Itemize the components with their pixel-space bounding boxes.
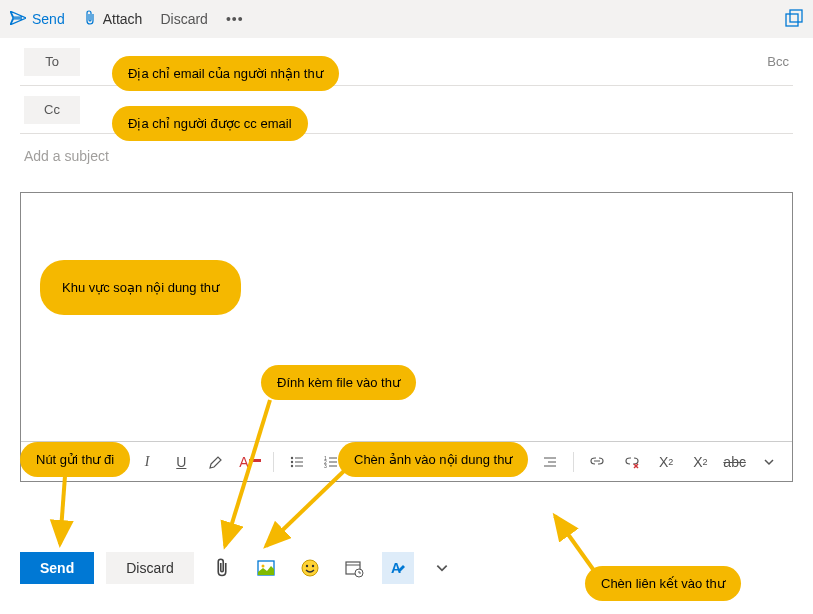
send-button[interactable]: Send (20, 552, 94, 584)
align-right-button[interactable] (535, 446, 565, 478)
svg-rect-1 (790, 10, 802, 22)
svg-line-53 (555, 516, 595, 572)
attach-file-button[interactable] (206, 552, 238, 584)
top-send-label: Send (32, 11, 65, 27)
more-actions-button[interactable]: ••• (226, 11, 244, 27)
popout-button[interactable] (785, 9, 803, 30)
highlight-button[interactable] (200, 446, 230, 478)
insert-link-button[interactable] (582, 446, 612, 478)
top-attach-label: Attach (103, 11, 143, 27)
svg-text:A: A (391, 560, 401, 576)
action-more-button[interactable] (426, 552, 458, 584)
insert-emoji-button[interactable] (294, 552, 326, 584)
superscript-button[interactable]: X2 (651, 446, 681, 478)
font-color-button[interactable]: A (235, 446, 265, 478)
schedule-button[interactable] (338, 552, 370, 584)
svg-line-50 (60, 476, 65, 544)
svg-point-6 (291, 464, 293, 466)
discard-button[interactable]: Discard (106, 552, 193, 584)
callout-cc: Địa chỉ người được cc email (112, 106, 308, 141)
callout-to: Địa chỉ email của người nhận thư (112, 56, 339, 91)
italic-button[interactable]: I (132, 446, 162, 478)
callout-link: Chèn liên kết vào thư (585, 566, 741, 601)
to-button[interactable]: To (24, 48, 80, 76)
subscript-button[interactable]: X2 (685, 446, 715, 478)
svg-rect-0 (786, 14, 798, 26)
svg-point-4 (291, 460, 293, 462)
bullets-button[interactable] (282, 446, 312, 478)
subject-input[interactable] (20, 140, 793, 172)
top-discard-button[interactable]: Discard (160, 11, 207, 27)
separator (573, 452, 574, 472)
separator (273, 452, 274, 472)
action-bar: Send Discard A (20, 552, 458, 584)
svg-point-2 (291, 456, 293, 458)
svg-point-40 (261, 565, 264, 568)
callout-send: Nút gửi thư đi (20, 442, 130, 477)
underline-button[interactable]: U (166, 446, 196, 478)
toggle-format-button[interactable]: A (382, 552, 414, 584)
top-send-button[interactable]: Send (10, 11, 65, 28)
cc-button[interactable]: Cc (24, 96, 80, 124)
strikethrough-button[interactable]: abc (720, 446, 750, 478)
paperclip-icon (83, 10, 97, 29)
svg-text:3: 3 (324, 463, 327, 469)
remove-link-button[interactable] (617, 446, 647, 478)
format-more-button[interactable] (754, 446, 784, 478)
compose-body[interactable]: AA A B I U A 123 (20, 192, 793, 482)
callout-body: Khu vực soạn nội dung thư (40, 260, 241, 315)
svg-point-42 (306, 565, 308, 567)
send-icon (10, 11, 26, 28)
callout-image: Chèn ảnh vào nội dung thư (338, 442, 528, 477)
svg-point-43 (312, 565, 314, 567)
bcc-button[interactable]: Bcc (767, 54, 793, 69)
top-toolbar: Send Attach Discard ••• (0, 0, 813, 38)
top-attach-button[interactable]: Attach (83, 10, 143, 29)
svg-point-41 (302, 560, 318, 576)
insert-image-button[interactable] (250, 552, 282, 584)
callout-attach: Đính kèm file vào thư (261, 365, 416, 400)
